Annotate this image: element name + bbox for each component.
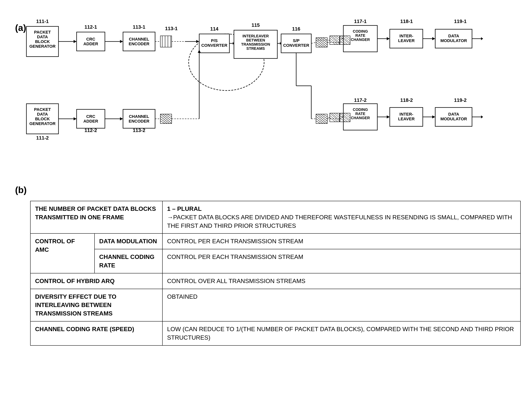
table-row-5: DIVERSITY EFFECT DUE TO INTERLEAVING BET… <box>30 289 520 321</box>
svg-line-96 <box>163 114 172 121</box>
svg-line-55 <box>311 42 316 43</box>
cell-num-packets: THE NUMBER OF PACKET DATA BLOCKS TRANSMI… <box>30 201 163 233</box>
svg-text:117-2: 117-2 <box>354 97 367 103</box>
svg-text:INTER-: INTER- <box>399 112 413 116</box>
svg-text:118-2: 118-2 <box>400 97 413 103</box>
cell-data-mod-value: CONTROL PER EACH TRANSMISSION STREAM <box>163 233 520 249</box>
svg-line-158 <box>332 113 340 120</box>
table-row-2: CONTROL OF AMC DATA MODULATION CONTROL P… <box>30 233 520 249</box>
diagram-section-a: (a) PACKET DATA BLOCK GENERATOR 111-1 CR… <box>15 11 517 181</box>
svg-text:112-2: 112-2 <box>85 128 97 133</box>
svg-text:STREAMS: STREAMS <box>246 47 265 51</box>
svg-text:CRC: CRC <box>86 114 95 119</box>
svg-text:117-1: 117-1 <box>354 18 367 24</box>
svg-text:DATA: DATA <box>37 112 48 116</box>
svg-text:P/S: P/S <box>211 38 217 43</box>
svg-text:CRC: CRC <box>86 37 95 41</box>
svg-line-51 <box>316 40 325 47</box>
svg-line-95 <box>160 114 172 123</box>
svg-text:LEAVER: LEAVER <box>398 38 415 43</box>
svg-text:CHANNEL: CHANNEL <box>129 37 149 41</box>
svg-line-111 <box>316 116 325 123</box>
cell-data-mod-label: DATA MODULATION <box>94 233 163 249</box>
label-b: (b) <box>15 185 517 195</box>
svg-text:CONVERTER: CONVERTER <box>201 43 227 48</box>
table-row-1: THE NUMBER OF PACKET DATA BLOCKS TRANSMI… <box>30 201 520 233</box>
svg-text:DATA: DATA <box>37 35 48 39</box>
cell-channel-coding-value: CONTROL PER EACH TRANSMISSION STREAM <box>163 249 520 273</box>
svg-text:INTERLEAVER: INTERLEAVER <box>242 34 269 38</box>
cell-diversity-label: DIVERSITY EFFECT DUE TO INTERLEAVING BET… <box>30 289 163 321</box>
svg-text:112-1: 112-1 <box>85 24 97 30</box>
svg-line-141 <box>330 36 340 45</box>
svg-text:CHANGER: CHANGER <box>351 116 370 120</box>
cell-hybrid-arq-value: CONTROL OVER ALL TRANSMISSION STREAMS <box>163 273 520 289</box>
block-diagram: PACKET DATA BLOCK GENERATOR 111-1 CRC AD… <box>15 11 532 177</box>
svg-line-142 <box>332 36 340 43</box>
svg-marker-83 <box>74 117 76 120</box>
svg-text:113-1: 113-1 <box>165 26 178 31</box>
svg-text:RATE: RATE <box>355 33 365 38</box>
cell-hybrid-arq-label: CONTROL OF HYBRID ARQ <box>30 273 163 289</box>
svg-marker-138 <box>481 115 483 118</box>
table-row-3: CHANNEL CODING RATE CONTROL PER EACH TRA… <box>30 249 520 273</box>
svg-text:ENCODER: ENCODER <box>129 119 149 123</box>
svg-text:CONVERTER: CONVERTER <box>283 43 309 48</box>
svg-marker-126 <box>387 115 390 118</box>
svg-text:CHANNEL: CHANNEL <box>129 114 149 119</box>
svg-text:CODING: CODING <box>353 107 368 112</box>
cell-diversity-value: OBTAINED <box>163 289 520 321</box>
cell-coding-speed-value: LOW (CAN REDUCE TO 1/(THE NUMBER OF PACK… <box>163 321 520 345</box>
svg-text:TRANSMISSION: TRANSMISSION <box>241 42 270 47</box>
svg-text:ENCODER: ENCODER <box>129 41 149 46</box>
table-row-4: CONTROL OF HYBRID ARQ CONTROL OVER ALL T… <box>30 273 520 289</box>
cell-amc-label: CONTROL OF AMC <box>30 233 94 273</box>
table-row-6: CHANNEL CODING RATE (SPEED) LOW (CAN RED… <box>30 321 520 345</box>
svg-text:118-1: 118-1 <box>400 18 413 24</box>
svg-text:111-2: 111-2 <box>36 135 49 141</box>
svg-text:113-1: 113-1 <box>133 24 146 30</box>
cell-num-packets-value: 1 – PLURAL →PACKET DATA BLOCKS ARE DIVID… <box>163 201 520 233</box>
svg-text:CHANGER: CHANGER <box>351 38 370 42</box>
svg-text:CODING: CODING <box>353 29 368 33</box>
svg-line-99 <box>160 116 170 123</box>
svg-marker-89 <box>120 117 123 120</box>
svg-text:116: 116 <box>292 26 300 32</box>
svg-text:INTER-: INTER- <box>399 34 413 38</box>
svg-text:115: 115 <box>251 22 260 28</box>
svg-text:LEAVER: LEAVER <box>398 116 415 121</box>
svg-text:ADDER: ADDER <box>83 119 98 123</box>
svg-text:114: 114 <box>210 26 218 32</box>
svg-text:GENERATOR: GENERATOR <box>29 121 56 126</box>
svg-text:111-1: 111-1 <box>36 18 49 24</box>
svg-text:MODULATOR: MODULATOR <box>440 38 467 43</box>
svg-marker-13 <box>120 40 123 43</box>
svg-marker-69 <box>432 37 435 40</box>
table-section-b: (b) THE NUMBER OF PACKET DATA BLOCKS TRA… <box>15 185 517 346</box>
svg-line-157 <box>330 113 340 122</box>
svg-line-108 <box>318 114 327 121</box>
svg-text:S/P: S/P <box>293 38 299 43</box>
svg-text:113-2: 113-2 <box>133 128 146 133</box>
svg-marker-63 <box>387 37 390 40</box>
svg-text:RATE: RATE <box>355 112 365 116</box>
svg-line-48 <box>318 38 327 45</box>
svg-text:DATA: DATA <box>448 112 459 116</box>
svg-marker-75 <box>481 37 483 40</box>
svg-text:PACKET: PACKET <box>34 107 51 112</box>
svg-line-47 <box>316 38 327 47</box>
comparison-table: THE NUMBER OF PACKET DATA BLOCKS TRANSMI… <box>30 201 521 346</box>
svg-marker-26 <box>196 40 199 43</box>
svg-text:DATA: DATA <box>448 34 459 38</box>
svg-text:BETWEEN: BETWEEN <box>246 38 265 42</box>
svg-text:ADDER: ADDER <box>83 41 98 46</box>
cell-channel-coding-label: CHANNEL CODING RATE <box>94 249 163 273</box>
svg-text:119-2: 119-2 <box>454 97 467 103</box>
svg-text:BLOCK: BLOCK <box>35 116 50 121</box>
svg-text:PACKET: PACKET <box>34 30 51 35</box>
page: (a) PACKET DATA BLOCK GENERATOR 111-1 CR… <box>0 0 532 396</box>
svg-text:BLOCK: BLOCK <box>35 39 50 44</box>
svg-marker-7 <box>74 40 76 43</box>
svg-text:GENERATOR: GENERATOR <box>29 44 56 49</box>
svg-marker-132 <box>432 115 435 118</box>
